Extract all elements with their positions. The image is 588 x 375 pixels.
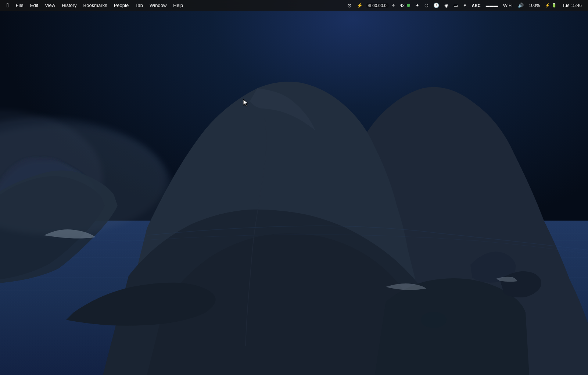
brightness-status[interactable]: 100% xyxy=(527,2,542,9)
font-icon[interactable]: ABC xyxy=(470,3,483,8)
temp-value: 42° xyxy=(400,3,406,8)
timemachine-icon[interactable]: 🕐 xyxy=(431,2,441,9)
reeder-symbol: ⚡ xyxy=(357,3,363,8)
airplay-icon[interactable]: ▭ xyxy=(452,2,460,9)
volume-symbol: 🔊 xyxy=(518,3,524,8)
volume-icon[interactable]: 🔊 xyxy=(516,2,526,9)
menubar-left:  File Edit View History Bookmarks Peopl… xyxy=(0,2,345,9)
menubar-right: ⊙ ⚡ 00:00.0 ⌖ 42° ✦ xyxy=(345,2,588,9)
menu-history[interactable]: History xyxy=(58,2,80,9)
utility-symbol: ⁕ xyxy=(463,3,467,8)
keyboard-icon[interactable]: ▬▬▬ xyxy=(484,3,500,8)
timemachine-symbol: 🕐 xyxy=(433,3,439,8)
timer-value: 00:00.0 xyxy=(372,3,386,8)
menu-help[interactable]: Help xyxy=(170,2,186,9)
battery-label: 🔋 xyxy=(552,3,557,8)
desktop:  File Edit View History Bookmarks Peopl… xyxy=(0,0,588,375)
menu-bookmarks[interactable]: Bookmarks xyxy=(80,2,111,9)
brightness-value: 100% xyxy=(529,3,540,8)
menu-people[interactable]: People xyxy=(111,2,132,9)
timer-status[interactable]: 00:00.0 xyxy=(366,3,388,8)
dropbox-icon[interactable]: ✦ xyxy=(413,2,421,9)
utility-icon[interactable]: ⁕ xyxy=(461,2,469,9)
alfred-icon[interactable]: ◉ xyxy=(442,2,450,9)
apple-menu[interactable]:  xyxy=(3,2,12,9)
cursor-status-icon[interactable]: ⌖ xyxy=(390,2,397,9)
datetime-value: Tue 15:46 xyxy=(562,3,582,8)
cursor-symbol: ⌖ xyxy=(392,3,395,8)
airplay-symbol: ▭ xyxy=(453,3,458,8)
menu-view[interactable]: View xyxy=(42,2,58,9)
svg-point-65 xyxy=(421,312,447,328)
alfred-symbol: ◉ xyxy=(444,3,448,8)
font-label: ABC xyxy=(472,3,481,8)
wifi-icon[interactable]: WiFi xyxy=(501,2,514,9)
apple-logo-icon:  xyxy=(7,2,9,8)
island-scene xyxy=(0,0,588,375)
keyboard-symbol: ▬▬▬ xyxy=(486,3,498,8)
sync-icon[interactable]: ⬡ xyxy=(423,2,430,9)
menubar:  File Edit View History Bookmarks Peopl… xyxy=(0,0,588,11)
battery-symbol: ⚡ xyxy=(545,3,550,8)
menu-tab[interactable]: Tab xyxy=(132,2,146,9)
menu-edit[interactable]: Edit xyxy=(27,2,42,9)
datetime-display[interactable]: Tue 15:46 xyxy=(560,2,584,9)
battery-status[interactable]: ⚡ 🔋 xyxy=(543,2,559,8)
reeder-icon[interactable]: ⚡ xyxy=(355,2,365,9)
temp-dot xyxy=(407,4,410,7)
temperature-status[interactable]: 42° xyxy=(398,2,412,9)
dropbox-symbol: ✦ xyxy=(415,3,419,8)
timer-dot xyxy=(368,4,371,7)
autopkgr-symbol: ⊙ xyxy=(347,3,352,8)
menu-window[interactable]: Window xyxy=(146,2,170,9)
menu-file[interactable]: File xyxy=(12,2,27,9)
autopkgr-icon[interactable]: ⊙ xyxy=(345,2,354,9)
sync-symbol: ⬡ xyxy=(424,3,428,8)
wifi-symbol: WiFi xyxy=(503,3,513,8)
